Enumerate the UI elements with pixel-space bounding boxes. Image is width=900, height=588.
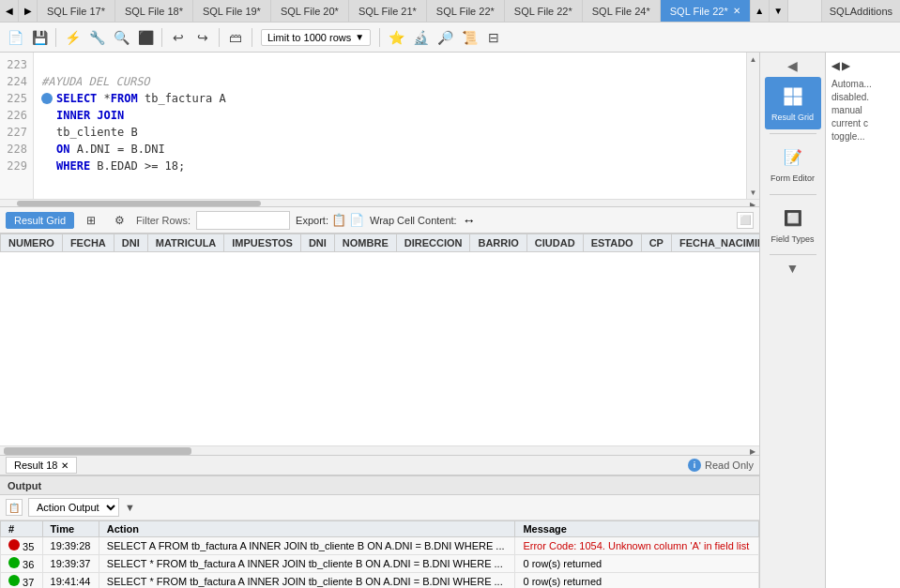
execution-bullet bbox=[41, 93, 53, 104]
close-tab-icon[interactable]: ✕ bbox=[733, 6, 740, 16]
output-row-status-36: 36 bbox=[1, 555, 43, 573]
result-toolbar: Result Grid ⊞ ⚙ Filter Rows: Export: 📋 📄… bbox=[0, 207, 759, 234]
col-fecha-nacimiento: FECHA_NACIMIENTO bbox=[671, 234, 759, 252]
scroll-up-icon[interactable]: ▲ bbox=[747, 53, 760, 66]
stop-btn[interactable]: ⬛ bbox=[134, 26, 157, 49]
execute-btn[interactable]: ⚡ bbox=[61, 26, 84, 49]
col-ciudad: CIUDAD bbox=[526, 234, 583, 252]
sql-additions-tab: SQLAdditions bbox=[821, 0, 900, 22]
maximize-btn[interactable]: ⬜ bbox=[737, 212, 754, 229]
editor-vscroll[interactable]: ▲ ▼ bbox=[746, 53, 759, 199]
code-content[interactable]: #AYUDA DEL CURSO SELECT * FROM tb_factur… bbox=[34, 53, 746, 199]
sidebar-expand-down[interactable]: ▼ bbox=[765, 259, 821, 278]
limit-select[interactable]: Limit to 1000 rows ▼ bbox=[261, 29, 371, 46]
output-time-37: 19:41:44 bbox=[42, 573, 99, 589]
output-section: Output 📋 Action Output ▼ # Time Action bbox=[0, 475, 759, 588]
hscroll-right-icon[interactable]: ▶ bbox=[746, 200, 759, 207]
sidebar-collapse-left[interactable]: ◀ bbox=[765, 56, 821, 75]
form-editor-sidebar-btn[interactable]: 📝 Form Editor bbox=[765, 138, 821, 190]
undo-btn[interactable]: ↩ bbox=[167, 26, 190, 49]
export-file-icon: 📄 bbox=[349, 213, 364, 227]
search-btn[interactable]: 🔍 bbox=[110, 26, 132, 49]
filter-label: Filter Rows: bbox=[136, 215, 191, 226]
close-result-icon[interactable]: ✕ bbox=[61, 460, 69, 471]
sql-additions-panel: ◀ ▶ Automa...disabled.manualcurrent ctog… bbox=[825, 53, 900, 588]
redo-btn[interactable]: ↪ bbox=[191, 26, 214, 49]
output-row-36: 36 19:39:37 SELECT * FROM tb_factura A I… bbox=[1, 555, 759, 573]
output-row-37: 37 19:41:44 SELECT * FROM tb_factura A I… bbox=[1, 573, 759, 589]
grid-hscroll-right-icon[interactable]: ▶ bbox=[746, 446, 759, 456]
grid-icon-btn[interactable]: ⊞ bbox=[80, 209, 102, 232]
save-btn[interactable]: 💾 bbox=[28, 26, 51, 49]
export-btn[interactable]: Export: 📋 📄 bbox=[296, 213, 364, 227]
output-row-35: 35 19:39:28 SELECT A FROM tb_factura A I… bbox=[1, 537, 759, 555]
tab-nav-prev[interactable]: ◀ bbox=[0, 0, 19, 22]
output-message-37: 0 row(s) returned bbox=[515, 573, 759, 589]
filter-icon-btn[interactable]: ⚙ bbox=[108, 209, 130, 232]
tab-sql-file-24[interactable]: SQL File 24* bbox=[583, 0, 661, 22]
script-btn[interactable]: 📜 bbox=[458, 26, 481, 49]
format-btn[interactable]: 🗃 bbox=[224, 26, 247, 49]
field-types-icon: 🔲 bbox=[780, 205, 806, 232]
svg-rect-3 bbox=[794, 98, 801, 105]
additions-back-arrow[interactable]: ◀ ▶ bbox=[831, 60, 849, 71]
result-grid-sidebar-btn[interactable]: Result Grid bbox=[765, 77, 821, 129]
ok-status-icon bbox=[8, 557, 20, 568]
action-dropdown-arrow[interactable]: ▼ bbox=[125, 502, 135, 513]
output-row-status-37: 37 bbox=[1, 573, 43, 589]
wrap-label: Wrap Cell Content: bbox=[370, 215, 457, 226]
editor-area: 223 224 225 226 227 228 229 #AYUDA DEL C… bbox=[0, 53, 759, 588]
tab-sql-file-19[interactable]: SQL File 19* bbox=[193, 0, 271, 22]
line-numbers: 223 224 225 226 227 228 229 bbox=[0, 53, 34, 199]
tab-nav-next[interactable]: ▶ bbox=[19, 0, 38, 22]
dropdown-arrow-icon: ▼ bbox=[355, 32, 364, 42]
tab-sql-file-18[interactable]: SQL File 18* bbox=[115, 0, 193, 22]
inspect-btn[interactable]: 🔬 bbox=[409, 26, 432, 49]
tab-sql-file-22b[interactable]: SQL File 22* bbox=[505, 0, 583, 22]
toolbar-sep-1 bbox=[55, 28, 56, 47]
new-file-btn[interactable]: 📄 bbox=[4, 26, 26, 49]
col-barrio: BARRIO bbox=[470, 234, 526, 252]
col-cp: CP bbox=[641, 234, 671, 252]
tab-sql-file-22a[interactable]: SQL File 22* bbox=[427, 0, 505, 22]
output-message-35: Error Code: 1054. Unknown column 'A' in … bbox=[515, 537, 759, 555]
error-status-icon bbox=[8, 539, 20, 550]
output-action-icon: 📋 bbox=[6, 499, 23, 516]
scroll-down-icon[interactable]: ▼ bbox=[747, 186, 760, 199]
field-types-sidebar-btn[interactable]: 🔲 Field Types bbox=[765, 199, 821, 251]
readonly-indicator: i Read Only bbox=[688, 459, 754, 472]
result-tab-row: Result 18 ✕ i Read Only bbox=[0, 455, 759, 475]
tab-sql-file-20[interactable]: SQL File 20* bbox=[271, 0, 349, 22]
zoom-btn[interactable]: 🔎 bbox=[434, 26, 456, 49]
tab-sql-file-17[interactable]: SQL File 17* bbox=[38, 0, 115, 22]
sidebar-sep-2 bbox=[770, 194, 816, 195]
code-line-229: WHERE B.EDAD >= 18; bbox=[41, 158, 739, 174]
info-icon: i bbox=[688, 459, 701, 472]
editor-hscroll[interactable]: ▶ bbox=[0, 199, 759, 206]
tab-sql-file-22-active[interactable]: SQL File 22* ✕ bbox=[661, 0, 751, 22]
hscroll-thumb bbox=[17, 201, 261, 206]
action-output-select[interactable]: Action Output bbox=[28, 498, 119, 517]
tab-sql-file-21[interactable]: SQL File 21* bbox=[349, 0, 427, 22]
code-line-225: SELECT * FROM tb_factura A bbox=[41, 90, 739, 107]
result-18-tab[interactable]: Result 18 ✕ bbox=[6, 457, 77, 474]
ok-status-icon-37 bbox=[8, 575, 20, 586]
toolbar-sep-4 bbox=[252, 28, 252, 47]
output-table: # Time Action Message 35 bbox=[0, 520, 759, 588]
output-message-36: 0 row(s) returned bbox=[515, 555, 759, 573]
bookmark-btn[interactable]: ⭐ bbox=[385, 26, 407, 49]
result-grid-tab-btn[interactable]: Result Grid bbox=[6, 212, 74, 229]
sql-additions-title: ◀ ▶ bbox=[831, 60, 894, 72]
output-row-status-35: 35 bbox=[1, 537, 43, 555]
tab-nav-extra2[interactable]: ▼ bbox=[770, 0, 788, 22]
grid-hscroll[interactable]: ◀ ▶ bbox=[0, 445, 759, 455]
export-copy-icon: 📋 bbox=[331, 213, 346, 227]
output-col-hash: # bbox=[1, 521, 43, 537]
execute-all-btn[interactable]: 🔧 bbox=[85, 26, 108, 49]
svg-rect-0 bbox=[785, 88, 792, 96]
result-grid-container[interactable]: NUMERO FECHA DNI MATRICULA IMPUESTOS DNI… bbox=[0, 234, 759, 445]
tab-nav-extra[interactable]: ▲ bbox=[751, 0, 770, 22]
options-btn[interactable]: ⊟ bbox=[482, 26, 505, 49]
code-line-223 bbox=[41, 56, 739, 73]
filter-input[interactable] bbox=[196, 211, 290, 230]
